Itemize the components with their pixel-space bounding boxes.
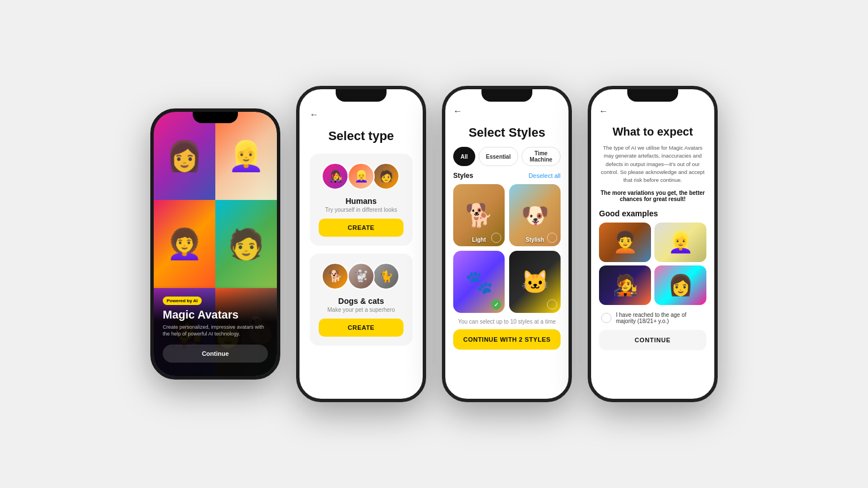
avatar-3: 🧑 [372, 163, 400, 190]
ai-badge: Powered by AI [163, 297, 202, 305]
style-card-4[interactable]: 🐱 [509, 251, 561, 313]
style-4-check [547, 299, 557, 310]
phone4-frame: ← What to expect The type of AI we utili… [588, 86, 718, 402]
continue-button[interactable]: Continue [163, 345, 268, 363]
dog-avatar-2: 🐩 [348, 263, 375, 290]
back-button[interactable]: ← [310, 110, 413, 120]
select-type-title: Select type [310, 129, 413, 143]
grid-cell-3: 👩‍🦱 [154, 200, 215, 288]
age-label: I have reached to the age of majority (1… [616, 312, 704, 324]
phone2-frame: ← Select type 👩‍🎤 👱‍♀️ 🧑 [296, 86, 426, 402]
style-card-stylish[interactable]: 🐶 Stylish [509, 184, 561, 246]
deselect-all-button[interactable]: Deselect all [528, 172, 561, 179]
phone3-screen: ← Select Styles All Essential Time Machi… [445, 89, 568, 399]
styles-label: Styles [453, 172, 473, 180]
app-description: Create personalized, impressive avatars … [163, 324, 268, 338]
filter-essential[interactable]: Essential [479, 147, 518, 166]
dogs-avatars: 🐕 🐩 🐈 [319, 263, 403, 292]
select-styles-title: Select Styles [453, 125, 561, 140]
age-checkbox[interactable] [601, 313, 611, 323]
grid-cell-4: 🧑 [215, 200, 277, 288]
phone4-back-button[interactable]: ← [599, 106, 706, 116]
filter-time-machine[interactable]: Time Machine [522, 147, 561, 166]
humans-title: Humans [319, 197, 403, 206]
age-check-row[interactable]: I have reached to the age of majority (1… [599, 312, 706, 324]
phone3-content: ← Select Styles All Essential Time Machi… [445, 89, 568, 358]
expect-title: What to expect [599, 125, 706, 138]
style-stylish-check [547, 233, 557, 243]
style-light-check [491, 233, 501, 243]
dog-avatar-3: 🐈 [372, 263, 400, 290]
phone4-notch [627, 89, 678, 102]
humans-create-button[interactable]: CREATE [319, 219, 403, 237]
phone1-frame: 👩 👱‍♀️ 👩‍🦱 🧑 [150, 108, 280, 380]
phone2-screen: ← Select type 👩‍🎤 👱‍♀️ 🧑 [300, 89, 423, 399]
continue-styles-button[interactable]: CONTINUE WITH 2 STYLES [453, 329, 561, 350]
avatar-2: 👱‍♀️ [348, 163, 375, 190]
phone4-continue-button[interactable]: CONTINUE [599, 330, 706, 350]
style-card-3[interactable]: 🐾 ✓ [453, 251, 505, 313]
humans-avatars: 👩‍🎤 👱‍♀️ 🧑 [319, 163, 403, 192]
phone2-content: ← Select type 👩‍🎤 👱‍♀️ 🧑 [300, 89, 423, 364]
styles-header: Styles Deselect all [453, 172, 561, 180]
phone4-content: ← What to expect The type of AI we utili… [591, 89, 714, 358]
phone1-screen: 👩 👱‍♀️ 👩‍🦱 🧑 [154, 112, 277, 376]
phone1-overlay: Powered by AI Magic Avatars Create perso… [154, 285, 277, 376]
examples-grid: 🧑‍🦱 👱‍♀️ 🧑‍🎤 [599, 223, 706, 305]
dogs-cats-card: 🐕 🐩 🐈 Dogs & cats Make your pet a superh… [310, 254, 413, 346]
grid-cell-2: 👱‍♀️ [215, 112, 277, 200]
phone3-back-button[interactable]: ← [453, 106, 561, 116]
filter-bar: All Essential Time Machine [453, 147, 561, 166]
style-light-label: Light [472, 237, 485, 243]
humans-card: 👩‍🎤 👱‍♀️ 🧑 Humans Try yourself in differ… [310, 154, 413, 246]
good-examples-title: Good examples [599, 209, 706, 218]
style-stylish-label: Stylish [526, 237, 544, 243]
filter-all[interactable]: All [453, 147, 475, 166]
example-1: 🧑‍🦱 [599, 223, 651, 262]
phone3-notch [481, 89, 532, 102]
avatar-1: 👩‍🎤 [322, 163, 349, 190]
styles-grid: 🐕 Light 🐶 Stylish 🐾 [453, 184, 561, 313]
dogs-cats-subtitle: Make your pet a superhero [319, 307, 403, 313]
styles-hint: You can select up to 10 styles at a time [453, 319, 561, 325]
dog-avatar-1: 🐕 [322, 263, 349, 290]
phone3-frame: ← Select Styles All Essential Time Machi… [442, 86, 572, 402]
style-3-check: ✓ [491, 299, 501, 310]
phone2-notch [336, 89, 387, 102]
example-4: 👩 [654, 265, 706, 305]
style-card-light[interactable]: 🐕 Light [453, 184, 505, 246]
phone1-notch [193, 112, 238, 123]
expect-description: The type of AI we utilise for Magic Avat… [599, 144, 706, 184]
example-3: 🧑‍🎤 [599, 265, 651, 305]
phone4-screen: ← What to expect The type of AI we utili… [591, 89, 714, 399]
humans-subtitle: Try yourself in different looks [319, 207, 403, 213]
example-2: 👱‍♀️ [654, 223, 706, 262]
dogs-cats-create-button[interactable]: CREATE [319, 319, 403, 337]
app-title: Magic Avatars [163, 308, 268, 321]
grid-cell-1: 👩 [154, 112, 215, 200]
dogs-cats-title: Dogs & cats [319, 297, 403, 306]
expect-bold-text: The more variations you get, the better … [599, 190, 706, 202]
